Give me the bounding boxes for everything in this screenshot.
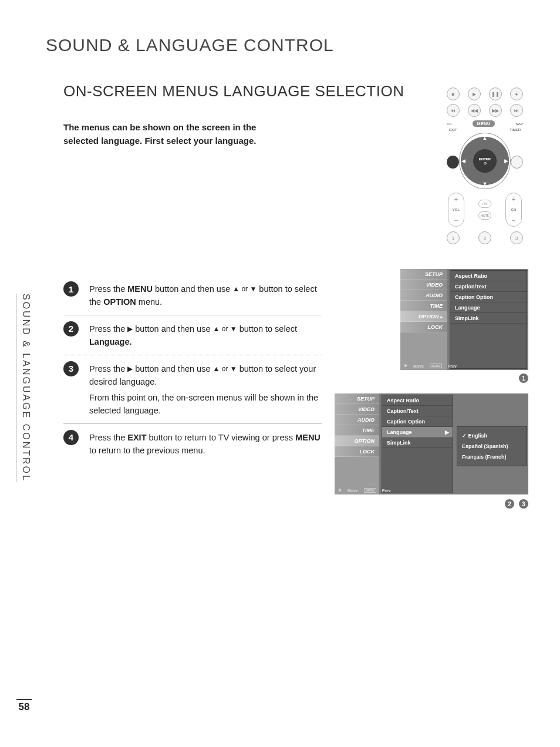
page-main-title: SOUND & LANGUAGE CONTROL	[46, 35, 334, 55]
t: button to return to TV viewing or press	[147, 433, 296, 442]
menu-button[interactable]: MENU	[473, 120, 495, 127]
right-arrow-icon: ▶	[127, 364, 133, 375]
up-down-arrows-icon: ▲ or ▼	[232, 284, 257, 295]
osd-item-simplink[interactable]: SimpLink	[450, 313, 527, 324]
record-button[interactable]: ●	[510, 88, 523, 100]
enter-button[interactable]: ENTER⊙	[473, 149, 497, 173]
t: Language	[387, 427, 412, 437]
step-2: 2 Press the ▶ button and then use ▲ or ▼…	[63, 315, 322, 355]
osd-tab-setup[interactable]: SETUP	[400, 269, 447, 280]
right-arrow-icon[interactable]: ▶	[504, 158, 508, 164]
num-1-button[interactable]: 1	[447, 231, 460, 244]
left-arrow-icon[interactable]: ◀	[461, 158, 465, 164]
timer-label: TIMER	[510, 128, 521, 132]
exit-label: EXIT	[449, 128, 457, 132]
osd-option-panel: Aspect Ratio Caption/Text Caption Option…	[450, 270, 527, 369]
skip-back-button[interactable]: ⏮	[447, 104, 460, 117]
osd-tab-time[interactable]: TIME	[335, 425, 379, 436]
steps-list: 1 Press the MENU button and then use ▲ o…	[63, 275, 322, 463]
timer-button[interactable]	[511, 156, 523, 169]
channel-rocker[interactable]: +CH−	[505, 193, 522, 227]
t: Press the	[89, 284, 127, 294]
t: button to select	[237, 324, 297, 334]
step-badge: 3	[63, 361, 79, 376]
move-label: Move	[348, 489, 358, 493]
forward-button[interactable]: ▶▶	[489, 104, 502, 117]
osd-tab-setup[interactable]: SETUP	[335, 393, 379, 404]
skip-fwd-button[interactable]: ⏭	[510, 104, 523, 117]
t: MENU	[127, 284, 153, 294]
osd-item-aspect[interactable]: Aspect Ratio	[450, 271, 527, 281]
page-sub-title: ON-SCREEN MENUS LANGUAGE SELECTION	[63, 82, 404, 100]
osd-item-caption-text[interactable]: Caption/Text	[450, 281, 527, 292]
dpad[interactable]: ▲ ▼ ◀ ▶ ENTER⊙	[459, 133, 511, 189]
osd-tab-lock[interactable]: LOCK	[335, 446, 379, 457]
lang-english[interactable]: English	[462, 430, 522, 441]
move-label: Move	[413, 364, 424, 368]
osd-ref-badge-1: 1	[519, 374, 528, 383]
osd-footer: ✥Move MENUPrev	[404, 364, 457, 368]
step-4: 4 Press the EXIT button to return to TV …	[63, 424, 322, 463]
step-3: 3 Press the ▶ button and then use ▲ or ▼…	[63, 355, 322, 424]
side-tab-label: SOUND & LANGUAGE CONTROL	[16, 294, 31, 482]
lang-french[interactable]: Français (French)	[462, 452, 522, 462]
prev-hint-icon: MENU	[364, 488, 376, 493]
osd-tab-lock[interactable]: LOCK	[400, 322, 447, 332]
up-down-arrows-icon: ▲ or ▼	[213, 324, 237, 335]
intro-text: The menus can be shown on the screen in …	[63, 121, 286, 147]
osd-item-caption-option[interactable]: Caption Option	[450, 292, 527, 302]
osd-footer: ✥Move MENUPrev	[338, 488, 391, 493]
t: Language.	[89, 337, 132, 346]
osd-tab-video[interactable]: VIDEO	[400, 280, 447, 290]
fav-button[interactable]: FAV	[478, 200, 491, 208]
osd-item-caption-option[interactable]: Caption Option	[382, 416, 453, 427]
prev-hint-icon: MENU	[430, 364, 442, 368]
sap-label: SAP	[516, 122, 523, 126]
num-2-button[interactable]: 2	[478, 231, 491, 244]
osd-tabs: SETUP VIDEO AUDIO TIME OPTION LOCK	[335, 393, 379, 494]
t: button and then use	[133, 324, 212, 334]
step-badge: 1	[63, 281, 79, 297]
t: OPTION	[103, 297, 136, 307]
t: menu.	[136, 297, 162, 307]
osd-tab-video[interactable]: VIDEO	[335, 404, 379, 415]
vol-label: VOL	[453, 208, 460, 211]
osd-badge-1-row: 1	[519, 374, 528, 383]
osd-tab-audio[interactable]: AUDIO	[400, 290, 447, 301]
osd-tab-option[interactable]: OPTION	[335, 436, 379, 446]
osd-ref-badge-2: 2	[505, 499, 514, 509]
minus-icon: −	[512, 217, 515, 224]
mute-button[interactable]: MUTE	[478, 211, 491, 220]
pause-button[interactable]: ❚❚	[489, 88, 502, 100]
osd-tab-audio[interactable]: AUDIO	[335, 415, 379, 425]
lang-spanish[interactable]: Español (Spanish)	[462, 441, 522, 452]
remote-illustration: ■ ▶ ❚❚ ● ⏮ ◀◀ ▶▶ ⏭ CC MENU SAP EXIT TIME…	[444, 83, 526, 258]
t: MENU	[295, 433, 321, 442]
num-3-button[interactable]: 3	[510, 231, 523, 244]
exit-button[interactable]	[447, 156, 459, 169]
volume-rocker[interactable]: +VOL−	[448, 193, 464, 227]
down-arrow-icon[interactable]: ▼	[483, 181, 488, 187]
step-body: Press the ▶ button and then use ▲ or ▼ b…	[89, 361, 322, 418]
t: Press the	[89, 364, 127, 374]
t: button and then use	[153, 284, 232, 294]
osd-item-language[interactable]: Language▶	[382, 427, 453, 438]
step-badge: 4	[63, 430, 79, 445]
osd-tab-option[interactable]: OPTION ▸	[400, 311, 447, 322]
play-button[interactable]: ▶	[468, 88, 481, 100]
osd-option-panel: Aspect Ratio Caption/Text Caption Option…	[382, 395, 453, 493]
osd-item-caption-text[interactable]: Caption/Text	[382, 406, 453, 416]
osd-menu-language: SETUP VIDEO AUDIO TIME OPTION LOCK Aspec…	[335, 393, 528, 494]
osd-item-language[interactable]: Language	[450, 302, 527, 313]
osd-tab-time[interactable]: TIME	[400, 301, 447, 311]
prev-label: Prev	[382, 489, 391, 493]
osd-item-simplink[interactable]: SimpLink	[382, 438, 453, 448]
osd-item-aspect[interactable]: Aspect Ratio	[382, 395, 453, 406]
plus-icon: +	[512, 196, 515, 203]
prev-label: Prev	[448, 364, 457, 368]
stop-button[interactable]: ■	[447, 88, 460, 100]
enter-dot-icon: ⊙	[484, 161, 487, 165]
up-arrow-icon[interactable]: ▲	[483, 135, 488, 141]
up-down-arrows-icon: ▲ or ▼	[213, 364, 237, 375]
rewind-button[interactable]: ◀◀	[468, 104, 481, 117]
